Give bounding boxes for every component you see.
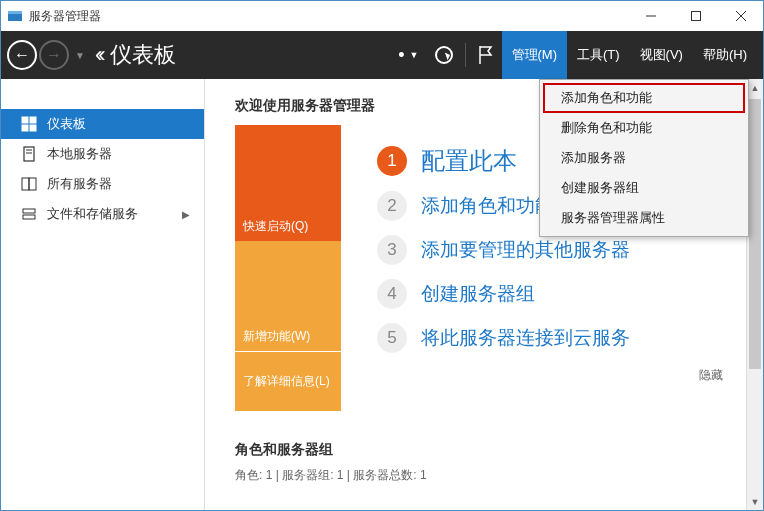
back-button[interactable]: ← (7, 40, 37, 70)
sidebar-item-label: 文件和存储服务 (47, 205, 138, 223)
roles-groups-section: 角色和服务器组 角色: 1 | 服务器组: 1 | 服务器总数: 1 (235, 441, 763, 484)
titlebar: 服务器管理器 (1, 1, 763, 31)
svg-rect-8 (22, 125, 28, 131)
step-label: 添加角色和功能 (421, 193, 554, 219)
tile-whats-new[interactable]: 新增功能(W) (235, 241, 341, 351)
step-label: 创建服务器组 (421, 281, 535, 307)
refresh-button[interactable] (427, 31, 461, 79)
close-button[interactable] (718, 1, 763, 31)
menu-view[interactable]: 视图(V) (630, 31, 693, 79)
scroll-up-arrow-icon[interactable]: ▲ (747, 79, 763, 96)
svg-rect-15 (23, 209, 35, 213)
groups-subtitle: 角色: 1 | 服务器组: 1 | 服务器总数: 1 (235, 467, 763, 484)
sidebar-item-label: 所有服务器 (47, 175, 112, 193)
dd-server-manager-properties[interactable]: 服务器管理器属性 (543, 203, 745, 233)
step-number: 1 (377, 146, 407, 176)
sidebar-item-label: 仪表板 (47, 115, 86, 133)
step-label: 将此服务器连接到云服务 (421, 325, 630, 351)
sidebar-item-file-storage[interactable]: 文件和存储服务 ▶ (1, 199, 204, 229)
sidebar: 仪表板 本地服务器 所有服务器 文件和存储服务 ▶ (1, 79, 205, 511)
tile-column: 快速启动(Q) 新增功能(W) 了解详细信息(L) (235, 125, 341, 411)
step-number: 5 (377, 323, 407, 353)
tile-learn-more[interactable]: 了解详细信息(L) (235, 351, 341, 411)
minimize-button[interactable] (628, 1, 673, 31)
window-title: 服务器管理器 (29, 8, 628, 25)
scrollbar-thumb[interactable] (749, 99, 761, 369)
dd-remove-roles-features[interactable]: 删除角色和功能 (543, 113, 745, 143)
step-number: 3 (377, 235, 407, 265)
svg-rect-3 (691, 12, 700, 21)
menu-manage[interactable]: 管理(M) (502, 31, 568, 79)
tile-label: 新增功能(W) (243, 328, 310, 345)
page-title: 仪表板 (110, 40, 176, 70)
maximize-button[interactable] (673, 1, 718, 31)
toolbar-right: • ▼ 管理(M) 工具(T) 视图(V) 帮助(H) (390, 31, 757, 79)
toolbar: ← → ▼ ‹‹ 仪表板 • ▼ 管理(M) 工具(T) 视图(V) 帮助(H) (1, 31, 763, 79)
dd-add-server[interactable]: 添加服务器 (543, 143, 745, 173)
app-icon (7, 8, 23, 24)
forward-button[interactable]: → (39, 40, 69, 70)
chevron-right-icon: ▶ (182, 209, 190, 220)
sidebar-item-dashboard[interactable]: 仪表板 (1, 109, 204, 139)
menu-help[interactable]: 帮助(H) (693, 31, 757, 79)
server-icon (21, 146, 37, 162)
svg-rect-13 (22, 178, 29, 190)
history-dropdown-icon[interactable]: ▼ (75, 50, 85, 61)
svg-rect-7 (30, 117, 36, 123)
tile-label: 了解详细信息(L) (243, 373, 330, 390)
menu-tools[interactable]: 工具(T) (567, 31, 630, 79)
step-create-group[interactable]: 4 创建服务器组 (377, 279, 763, 309)
sidebar-item-local-server[interactable]: 本地服务器 (1, 139, 204, 169)
svg-rect-6 (22, 117, 28, 123)
breadcrumb-quote-icon: ‹‹ (95, 42, 102, 68)
manage-dropdown: 添加角色和功能 删除角色和功能 添加服务器 创建服务器组 服务器管理器属性 (539, 79, 749, 237)
hide-link[interactable]: 隐藏 (377, 367, 763, 384)
groups-title: 角色和服务器组 (235, 441, 763, 459)
svg-rect-1 (8, 11, 22, 14)
sidebar-item-label: 本地服务器 (47, 145, 112, 163)
step-label: 添加要管理的其他服务器 (421, 237, 630, 263)
servers-icon (21, 176, 37, 192)
step-number: 2 (377, 191, 407, 221)
step-add-servers[interactable]: 3 添加要管理的其他服务器 (377, 235, 763, 265)
window-controls (628, 1, 763, 31)
breadcrumb-dropdown-icon[interactable]: • ▼ (390, 31, 426, 79)
dashboard-icon (21, 116, 37, 132)
tile-label: 快速启动(Q) (243, 218, 308, 235)
tile-quick-start[interactable]: 快速启动(Q) (235, 125, 341, 241)
storage-icon (21, 206, 37, 222)
dd-create-server-group[interactable]: 创建服务器组 (543, 173, 745, 203)
scroll-down-arrow-icon[interactable]: ▼ (747, 493, 763, 510)
sidebar-item-all-servers[interactable]: 所有服务器 (1, 169, 204, 199)
breadcrumb: ‹‹ 仪表板 (95, 40, 176, 70)
step-number: 4 (377, 279, 407, 309)
step-connect-cloud[interactable]: 5 将此服务器连接到云服务 (377, 323, 763, 353)
svg-rect-14 (29, 178, 36, 190)
dd-add-roles-features[interactable]: 添加角色和功能 (543, 83, 745, 113)
svg-rect-9 (30, 125, 36, 131)
nav-buttons: ← → ▼ (7, 40, 95, 70)
svg-rect-10 (24, 147, 34, 161)
svg-rect-16 (23, 215, 35, 219)
notifications-flag-icon[interactable] (470, 31, 502, 79)
separator (465, 43, 466, 67)
step-label: 配置此本 (421, 145, 517, 177)
